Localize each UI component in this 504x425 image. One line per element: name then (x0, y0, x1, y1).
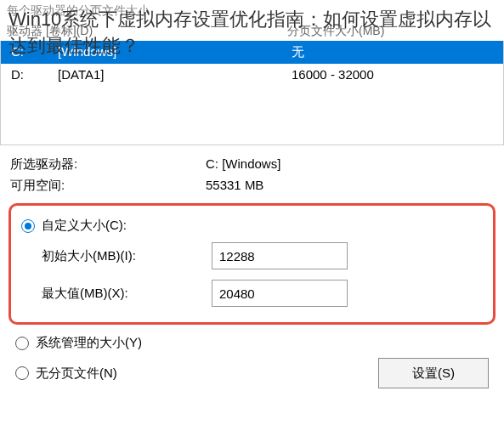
free-space-value: 55331 MB (206, 178, 494, 194)
drive-label: [DATA1] (58, 67, 292, 82)
radio-custom-size[interactable]: 自定义大小(C): (21, 214, 483, 237)
table-empty-space (1, 85, 503, 144)
max-size-input[interactable] (212, 280, 348, 307)
column-header-pagefile: 分页文件大小(MB) (287, 24, 497, 39)
radio-custom-size-label: 自定义大小(C): (42, 218, 127, 234)
selected-drive-label: 所选驱动器: (10, 156, 206, 173)
free-space-label: 可用空间: (10, 178, 206, 194)
max-size-label: 最大值(MB)(X): (42, 286, 212, 302)
radio-no-pagefile[interactable]: 无分页文件(N) (15, 362, 117, 385)
drive-row-d[interactable]: D: [DATA1] 16000 - 32000 (1, 64, 503, 85)
drive-list: C: [Windows] 无 D: [DATA1] 16000 - 32000 (0, 41, 504, 145)
radio-icon (15, 337, 29, 350)
set-button[interactable]: 设置(S) (378, 358, 489, 388)
selected-drive-value: C: [Windows] (206, 156, 494, 173)
pagefile-options: 系统管理的大小(Y) 无分页文件(N) 设置(S) (0, 332, 504, 392)
radio-system-managed[interactable]: 系统管理的大小(Y) (15, 332, 489, 354)
radio-no-pagefile-label: 无分页文件(N) (36, 366, 117, 382)
custom-size-highlight-box: 自定义大小(C): 初始大小(MB)(I): 最大值(MB)(X): (8, 203, 496, 325)
drive-label: [Windows] (58, 44, 292, 60)
drive-table-header: 驱动器 [卷标](D) 分页文件大小(MB) (0, 22, 504, 41)
column-header-drive: 驱动器 [卷标](D) (7, 24, 287, 39)
radio-icon (21, 219, 35, 233)
section-header: 每个驱动器的分页文件大小 (0, 0, 504, 22)
initial-size-label: 初始大小(MB)(I): (42, 248, 212, 264)
drive-letter: D: (11, 67, 58, 82)
drive-pagefile-size: 16000 - 32000 (292, 67, 493, 82)
drive-pagefile-size: 无 (292, 44, 493, 60)
drive-letter: C: (11, 44, 58, 60)
radio-icon (15, 366, 29, 380)
drive-info: 所选驱动器: C: [Windows] 可用空间: 55331 MB (0, 145, 504, 201)
radio-system-managed-label: 系统管理的大小(Y) (36, 335, 142, 351)
initial-size-input[interactable] (212, 242, 348, 269)
drive-row-c[interactable]: C: [Windows] 无 (1, 41, 503, 64)
